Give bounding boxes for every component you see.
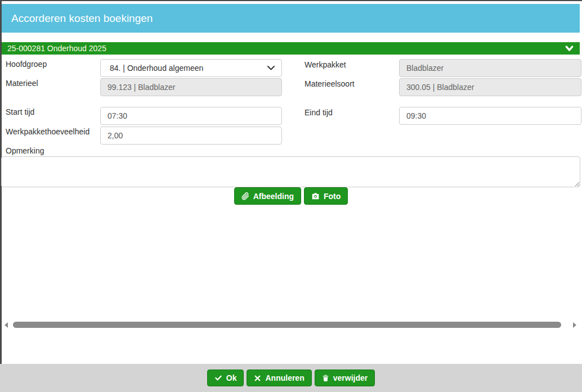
hoofdgroep-select[interactable]: 84. | Onderhoud algemeen	[100, 59, 282, 77]
page-top-border	[0, 0, 582, 1]
x-icon	[254, 375, 261, 382]
materieelsoort-input	[399, 78, 581, 96]
page: Wk 43 Accorderen kosten boekingen 25-000…	[0, 0, 582, 392]
werkpakket-input	[399, 59, 581, 77]
werkpakket-label: Werkpakket	[305, 60, 346, 69]
modal-title: Accorderen kosten boekingen	[11, 12, 153, 25]
annuleren-button-label: Annuleren	[265, 373, 304, 382]
select-chevron-down-icon	[267, 66, 275, 70]
scrollbar-right-arrow-icon[interactable]	[573, 322, 576, 328]
foto-button-label: Foto	[324, 192, 341, 201]
materieelsoort-label: Materieelsoort	[305, 79, 355, 88]
materieel-input	[100, 78, 282, 96]
chevron-down-icon[interactable]	[565, 45, 574, 52]
paperclip-icon	[241, 192, 249, 200]
horizontal-scrollbar-thumb[interactable]	[13, 322, 561, 328]
verwijder-button[interactable]: verwijder	[315, 370, 375, 386]
opmerking-label: Opmerking	[6, 146, 44, 155]
check-icon	[214, 374, 222, 382]
werkpakkethoeveelheid-label: Werkpakkethoeveelheid	[6, 127, 89, 136]
hoofdgroep-selected-option: 84. | Onderhoud algemeen	[110, 64, 203, 73]
start-tijd-input[interactable]	[100, 107, 282, 125]
hoofdgroep-label: Hoofdgroep	[6, 60, 47, 69]
verwijder-button-label: verwijder	[333, 373, 368, 382]
werkpakkethoeveelheid-input[interactable]	[100, 127, 282, 145]
foto-button[interactable]: Foto	[304, 187, 348, 205]
afbeelding-button[interactable]: Afbeelding	[234, 187, 301, 205]
modal-footer: Ok Annuleren verwijder	[0, 364, 582, 392]
attachment-button-row: Afbeelding Foto	[0, 187, 582, 205]
opmerking-textarea[interactable]	[1, 156, 580, 187]
eind-tijd-input[interactable]	[399, 107, 581, 125]
afbeelding-button-label: Afbeelding	[253, 192, 294, 201]
start-tijd-label: Start tijd	[6, 107, 34, 116]
scrollbar-left-arrow-icon[interactable]	[5, 322, 8, 328]
eind-tijd-label: Eind tijd	[305, 108, 333, 117]
annuleren-button[interactable]: Annuleren	[247, 370, 311, 386]
materieel-label: Materieel	[6, 79, 38, 88]
booking-section-title: 25-000281 Onderhoud 2025	[7, 44, 106, 53]
modal-header: Accorderen kosten boekingen	[2, 4, 580, 33]
booking-section-header[interactable]: 25-000281 Onderhoud 2025	[2, 42, 580, 55]
camera-icon	[311, 192, 320, 200]
trash-icon	[322, 374, 329, 382]
ok-button[interactable]: Ok	[207, 370, 244, 386]
ok-button-label: Ok	[226, 373, 237, 382]
